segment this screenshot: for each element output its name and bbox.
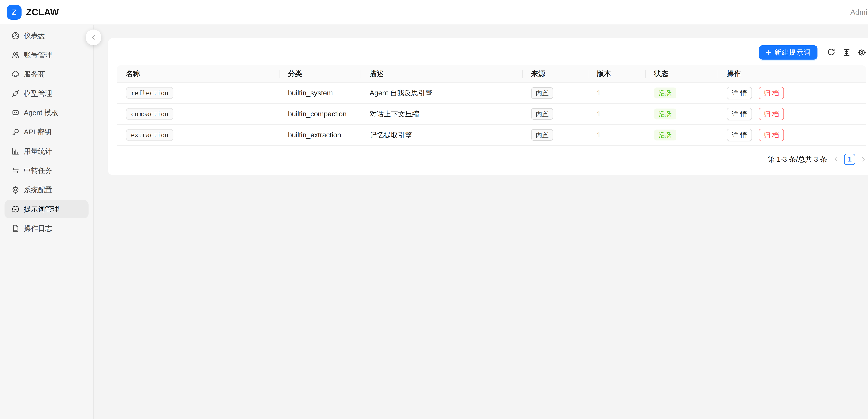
table-row: extraction builtin_extraction 记忆提取引擎 内置 …: [117, 125, 866, 146]
table-row: reflection builtin_system Agent 自我反思引擎 内…: [117, 83, 866, 104]
prompt-name-tag: extraction: [126, 129, 174, 141]
app-logo: Z: [7, 5, 22, 20]
gear-icon: [11, 186, 20, 194]
prompt-version: 1: [588, 104, 645, 125]
settings-icon[interactable]: [858, 48, 866, 57]
message-icon: [11, 205, 20, 213]
sidebar-item-agent-templates[interactable]: Agent 模板: [4, 104, 89, 122]
api-plug-icon: [11, 89, 20, 98]
column-header-actions: 操作: [718, 65, 866, 83]
sidebar-item-usage-stats[interactable]: 用量统计: [4, 142, 89, 160]
column-header-name: 名称: [117, 65, 279, 83]
app-shell: 仪表盘 账号管理 服务商: [0, 25, 868, 419]
sidebar-nav: 仪表盘 账号管理 服务商: [4, 27, 89, 237]
archive-button[interactable]: 归档: [758, 87, 784, 99]
dashboard-icon: [11, 31, 20, 40]
pagination-page-1[interactable]: 1: [844, 154, 855, 165]
robot-icon: [11, 109, 20, 117]
sidebar-item-accounts[interactable]: 账号管理: [4, 46, 89, 64]
sidebar-item-api-keys[interactable]: API 密钥: [4, 123, 89, 141]
chevron-left-icon: [90, 34, 97, 41]
app-root: Z ZCLAW Admin 仪表盘: [0, 0, 868, 419]
brand-name: ZCLAW: [26, 7, 59, 18]
pagination: 第 1-3 条/总共 3 条 1: [117, 153, 866, 166]
prompt-category: builtin_extraction: [279, 125, 361, 146]
sidebar-item-relay-tasks[interactable]: 中转任务: [4, 161, 89, 180]
prompt-description: 记忆提取引擎: [361, 125, 522, 146]
archive-button[interactable]: 归档: [758, 129, 784, 141]
column-height-icon[interactable]: [842, 48, 851, 57]
new-prompt-button[interactable]: 新建提示词: [759, 45, 817, 60]
sidebar-item-label: 提示词管理: [24, 204, 59, 214]
user-menu[interactable]: Admin: [850, 8, 868, 16]
sidebar-item-dashboard[interactable]: 仪表盘: [4, 27, 89, 44]
status-badge: 活跃: [654, 129, 676, 141]
sidebar-item-label: 中转任务: [24, 166, 52, 175]
sidebar-item-label: Agent 模板: [24, 108, 59, 118]
source-tag: 内置: [531, 108, 553, 120]
column-header-category: 分类: [279, 65, 361, 83]
prompt-version: 1: [588, 83, 645, 104]
table-toolbar: 新建提示词: [117, 45, 866, 60]
sidebar: 仪表盘 账号管理 服务商: [0, 25, 94, 419]
bar-chart-icon: [11, 147, 20, 156]
prompt-version: 1: [588, 125, 645, 146]
sidebar-item-label: 用量统计: [24, 147, 52, 156]
source-tag: 内置: [531, 129, 553, 141]
brand-group: Z ZCLAW: [7, 5, 59, 20]
prompt-category: builtin_compaction: [279, 104, 361, 125]
prompt-category: builtin_system: [279, 83, 361, 104]
sidebar-item-operation-logs[interactable]: 操作日志: [4, 219, 89, 237]
pagination-summary: 第 1-3 条/总共 3 条: [768, 154, 827, 164]
table-header-row: 名称 分类 描述 来源 版本 状态 操作: [117, 65, 866, 83]
new-prompt-button-label: 新建提示词: [774, 48, 811, 57]
sidebar-item-label: 账号管理: [24, 50, 52, 60]
prompt-table: 名称 分类 描述 来源 版本 状态 操作 reflection builtin_: [117, 65, 866, 146]
column-header-description: 描述: [361, 65, 522, 83]
prompt-description: 对话上下文压缩: [361, 104, 522, 125]
pagination-prev-button[interactable]: [833, 156, 839, 162]
status-badge: 活跃: [654, 109, 676, 119]
detail-button[interactable]: 详情: [727, 87, 752, 99]
sidebar-item-prompt-management[interactable]: 提示词管理: [4, 200, 89, 218]
team-icon: [11, 51, 20, 59]
swap-icon: [11, 166, 20, 175]
prompt-table-card: 新建提示词 名称 分类: [107, 38, 868, 175]
sidebar-item-label: 操作日志: [24, 223, 52, 233]
detail-button[interactable]: 详情: [727, 108, 752, 120]
plus-icon: [765, 49, 772, 56]
file-icon: [11, 224, 20, 233]
column-header-status: 状态: [645, 65, 718, 83]
cloud-server-icon: [11, 70, 20, 79]
prompt-description: Agent 自我反思引擎: [361, 83, 522, 104]
sidebar-item-label: 服务商: [24, 69, 45, 79]
detail-button[interactable]: 详情: [727, 129, 752, 141]
table-row: compaction builtin_compaction 对话上下文压缩 内置…: [117, 104, 866, 125]
sidebar-item-label: 模型管理: [24, 89, 52, 98]
sidebar-item-models[interactable]: 模型管理: [4, 84, 89, 102]
column-header-source: 来源: [522, 65, 588, 83]
sidebar-item-label: 系统配置: [24, 185, 52, 194]
app-header: Z ZCLAW Admin: [0, 0, 868, 25]
prompt-name-tag: compaction: [126, 108, 174, 120]
sidebar-item-label: API 密钥: [24, 127, 51, 137]
pagination-next-button[interactable]: [861, 156, 866, 162]
content-area: 新建提示词 名称 分类: [94, 25, 868, 419]
sidebar-collapse-button[interactable]: [86, 30, 101, 45]
sidebar-item-providers[interactable]: 服务商: [4, 65, 89, 83]
column-header-version: 版本: [588, 65, 645, 83]
sidebar-item-label: 仪表盘: [24, 31, 45, 40]
archive-button[interactable]: 归档: [758, 108, 784, 120]
status-badge: 活跃: [654, 88, 676, 98]
sidebar-item-system-config[interactable]: 系统配置: [4, 181, 89, 199]
key-icon: [11, 128, 20, 136]
prompt-name-tag: reflection: [126, 87, 174, 99]
reload-icon[interactable]: [827, 48, 836, 57]
source-tag: 内置: [531, 87, 553, 99]
